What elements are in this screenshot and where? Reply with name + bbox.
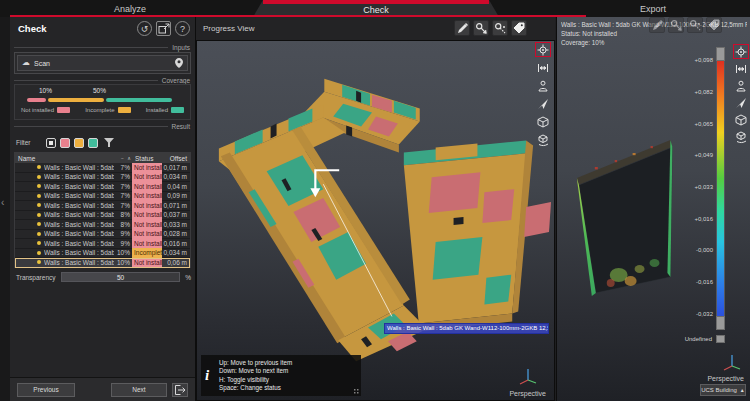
progress-3d-viewport[interactable]: i Up: Move to previous itemDown: Move to… [196, 40, 555, 401]
scan-input-row[interactable]: ☁ Scan [17, 55, 188, 71]
row-coverage-pct: 8% [114, 221, 130, 228]
column-name[interactable]: Name [15, 155, 116, 162]
tag-button[interactable] [706, 17, 722, 33]
table-row[interactable]: Walls : Basic Wall : 5dab G 7% Not insta… [15, 201, 190, 211]
coverage-low-tick: 10% [39, 87, 52, 94]
undefined-swatch [716, 335, 725, 343]
row-status-badge: Not installed [132, 172, 162, 182]
filter-incomplete-button[interactable] [74, 138, 84, 148]
filter-funnel-button[interactable] [104, 135, 114, 150]
tag-button[interactable] [511, 20, 527, 36]
shortcut-line: Down: Move to next item [219, 367, 357, 376]
orbit-view-button[interactable] [536, 115, 550, 128]
coverage-slider[interactable] [27, 98, 179, 102]
row-name: Walls : Basic Wall : 5dab G [44, 202, 114, 209]
filter-not-installed-button[interactable] [60, 138, 70, 148]
pick-point-button[interactable] [687, 17, 703, 33]
filter-installed-button[interactable] [88, 138, 98, 148]
first-person-view-button[interactable] [536, 79, 550, 92]
fly-navigation-button[interactable] [536, 97, 550, 110]
legend-item: Installed [146, 107, 184, 113]
filter-all-button[interactable] [46, 138, 56, 148]
row-name: Walls : Basic Wall : 5dab G [44, 230, 114, 237]
row-status-badge: Not installed [132, 182, 162, 192]
measure-button[interactable] [454, 20, 470, 36]
detail-view-panel[interactable]: Walls : Basic Wall : 5dab GK Wand-W112-1… [556, 17, 750, 401]
column-offset[interactable]: Offset [162, 155, 190, 162]
axis-triad [518, 366, 538, 386]
active-tab-indicator [263, 0, 489, 4]
table-row[interactable]: Walls : Basic Wall : 5dab G 7% Not insta… [15, 163, 190, 173]
next-button[interactable]: Next [111, 383, 167, 397]
pick-point-button[interactable] [492, 20, 508, 36]
paper-plane-icon [537, 98, 549, 110]
result-group-label: Result [14, 123, 190, 130]
person-view-icon [537, 80, 549, 92]
measure-button[interactable] [649, 17, 665, 33]
table-row[interactable]: Walls : Basic Wall : 5dab G 7% Not insta… [15, 182, 190, 192]
measure-distance-button[interactable] [536, 61, 550, 74]
dimension-icon [735, 63, 747, 75]
application-window: Analyze Check Export ‹ Check ↺ ? I [0, 0, 750, 401]
focus-item-button[interactable] [734, 45, 748, 58]
location-pin-icon[interactable] [175, 58, 183, 68]
finish-button[interactable] [172, 383, 188, 397]
collapse-arrow-icon[interactable]: ‹ [1, 197, 4, 208]
selected-element-tooltip: Walls : Basic Wall : 5dab GK Wand-W112-1… [384, 323, 549, 334]
table-header[interactable]: Name − ∧ Status Offset [15, 153, 190, 163]
panel-collapse-rail[interactable]: ‹ [0, 17, 10, 401]
table-row[interactable]: Walls : Basic Wall : 5dab G 8% Not insta… [15, 211, 190, 221]
pan-cube-icon [735, 131, 747, 143]
pan-view-button[interactable] [734, 130, 748, 143]
inputs-box: ☁ Scan [14, 52, 191, 74]
pan-cube-icon [537, 134, 549, 146]
help-button[interactable]: ? [175, 21, 190, 36]
first-person-view-button[interactable] [734, 79, 748, 92]
ucs-dropdown-button[interactable]: UCS Building ▲ [700, 384, 746, 396]
row-name: Walls : Basic Wall : 5dab G [44, 221, 114, 228]
focus-item-button[interactable] [536, 43, 550, 56]
row-name: Walls : Basic Wall : 5dab G [44, 183, 114, 190]
fly-navigation-button[interactable] [734, 96, 748, 109]
table-row[interactable]: Walls : Basic Wall : 5dab G 9% Not insta… [15, 230, 190, 240]
coverage-segment-not-installed[interactable] [27, 98, 46, 102]
dropdown-arrow-icon: ▲ [740, 387, 745, 393]
row-status-badge: Not installed [132, 191, 162, 201]
scale-label: +0,082 [694, 89, 713, 95]
open-window-icon [158, 23, 170, 35]
orbit-view-button[interactable] [734, 113, 748, 126]
measure-distance-button[interactable] [734, 62, 748, 75]
row-status-badge: Not installed [132, 163, 162, 172]
pick-element-button[interactable] [473, 20, 489, 36]
coverage-segment-installed[interactable] [106, 98, 172, 102]
pick-element-button[interactable] [668, 17, 684, 33]
pan-view-button[interactable] [536, 133, 550, 146]
row-coverage-pct: 7% [114, 164, 130, 171]
transparency-value: 50 [117, 274, 124, 281]
shortcut-line: H: Toggle visibility [219, 376, 357, 385]
table-row[interactable]: Walls : Basic Wall : 5dab G 8% Not insta… [15, 220, 190, 230]
table-row[interactable]: Walls : Basic Wall : 5dab G 10% Incomple… [15, 249, 190, 259]
crosshair-icon [537, 44, 549, 56]
coverage-segment-incomplete[interactable] [48, 98, 104, 102]
row-coverage-pct: 7% [114, 202, 130, 209]
deviation-color-scale [716, 47, 725, 330]
panel-title: Check [18, 23, 47, 34]
sort-icons[interactable]: − ∧ [116, 155, 132, 161]
reset-button[interactable]: ↺ [137, 21, 152, 36]
view-title: Progress View [203, 24, 254, 33]
table-row[interactable]: Walls : Basic Wall : 5dab G 7% Not insta… [15, 173, 190, 183]
transparency-slider[interactable]: 50 [61, 272, 180, 282]
column-status[interactable]: Status [132, 155, 162, 162]
table-row[interactable]: Walls : Basic Wall : 5dab G 10% Not inst… [15, 258, 190, 268]
undefined-label: Undefined [685, 336, 712, 342]
table-row[interactable]: Walls : Basic Wall : 5dab G 7% Not insta… [15, 192, 190, 202]
legend-label: Installed [146, 107, 168, 113]
coverage-high-tick: 50% [93, 87, 106, 94]
dimension-icon [537, 62, 549, 74]
legend-item: Not installed [21, 107, 70, 113]
exit-icon [174, 384, 186, 396]
table-row[interactable]: Walls : Basic Wall : 5dab G 9% Not insta… [15, 239, 190, 249]
open-view-button[interactable] [156, 21, 171, 36]
previous-button[interactable]: Previous [17, 383, 75, 397]
